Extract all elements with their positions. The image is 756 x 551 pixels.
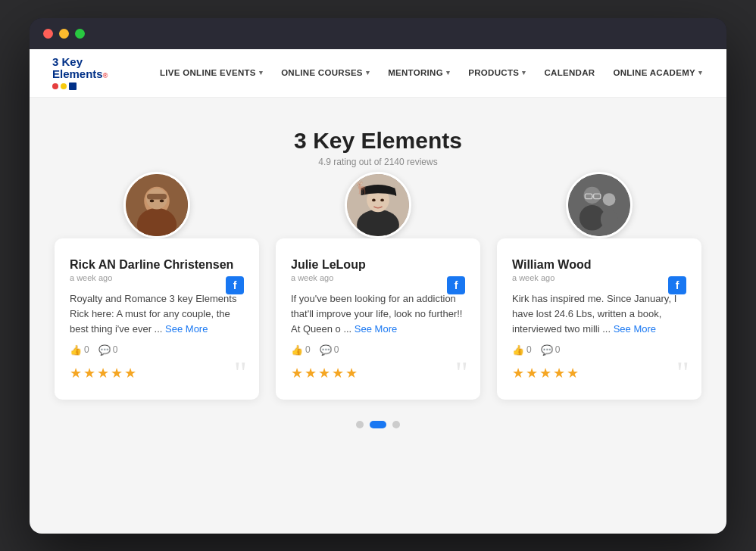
nav-item-mentoring[interactable]: MENTORING ▾: [379, 48, 459, 97]
svg-point-11: [372, 198, 376, 201]
logo-dot-yellow: [61, 83, 67, 89]
likes-3: 👍 0: [512, 344, 532, 356]
reaction-row-3: 👍 0 💬 0: [512, 344, 686, 356]
maximize-button[interactable]: [75, 29, 85, 39]
see-more-2[interactable]: See More: [355, 323, 397, 335]
quote-decoration-1: ": [234, 357, 247, 389]
reviews-container: f Rick AN Darline Christensen a week ago…: [52, 205, 704, 400]
review-time-3: a week ago: [512, 273, 686, 282]
facebook-icon-3: f: [668, 276, 686, 294]
minimize-button[interactable]: [59, 29, 69, 39]
svg-point-18: [603, 193, 616, 206]
reviewer-name-3: William Wood: [512, 258, 686, 272]
pagination-dot-2[interactable]: [370, 421, 386, 428]
likes-2: 👍 0: [291, 344, 311, 356]
logo-dot-red: [52, 83, 58, 89]
stars-1: ★ ★ ★ ★ ★: [70, 365, 244, 381]
comments-3: 💬 0: [541, 344, 561, 356]
pagination-dot-3[interactable]: [392, 421, 400, 428]
avatar-wrap-2: 🦌: [345, 172, 411, 238]
avatar-rick: [123, 172, 190, 238]
review-card-1: f Rick AN Darline Christensen a week ago…: [55, 205, 259, 400]
svg-point-19: [601, 209, 617, 229]
chevron-down-icon: ▾: [366, 69, 370, 76]
nav-item-live-events[interactable]: LIVE ONLINE EVENTS ▾: [151, 48, 272, 97]
thumbs-up-icon: 👍: [512, 344, 524, 356]
reaction-row-2: 👍 0 💬 0: [291, 344, 465, 356]
review-time-2: a week ago: [291, 273, 465, 282]
nav-item-online-courses[interactable]: ONLINE COURSES ▾: [272, 48, 379, 97]
logo-text: 3 Key Elements®: [52, 56, 108, 81]
review-card-3: f William Wood a week ago Kirk has inspi…: [497, 205, 701, 400]
main-area: 3 Key Elements 4.9 rating out of 2140 re…: [30, 98, 726, 459]
likes-1: 👍 0: [70, 344, 89, 356]
avatar-julie-svg: 🦌: [347, 172, 409, 238]
svg-point-6: [160, 199, 164, 202]
avatar-william-svg: [568, 172, 630, 238]
close-button[interactable]: [43, 29, 53, 39]
chevron-down-icon: ▾: [522, 69, 526, 76]
browser-window: 3 Key Elements® LIVE ONLINE EVENTS ▾: [30, 18, 726, 534]
section-title: 3 Key Elements: [52, 128, 704, 154]
see-more-1[interactable]: See More: [165, 323, 208, 335]
review-text-2: If you've been looking for an addiction …: [291, 291, 465, 337]
comment-icon: 💬: [320, 344, 332, 356]
review-card-content-2: f Julie LeLoup a week ago If you've been…: [276, 238, 480, 400]
see-more-3[interactable]: See More: [614, 323, 656, 335]
stars-2: ★ ★ ★ ★ ★: [291, 365, 465, 381]
svg-rect-4: [147, 194, 167, 199]
comments-1: 💬 0: [98, 344, 118, 356]
avatar-wrap-3: [566, 172, 633, 238]
quote-decoration-2: ": [455, 357, 468, 389]
logo[interactable]: 3 Key Elements®: [52, 56, 128, 90]
chevron-down-icon: ▾: [259, 69, 263, 76]
avatar-julie: 🦌: [345, 172, 411, 238]
nav-item-products[interactable]: PRODUCTS ▾: [459, 48, 535, 97]
comment-icon: 💬: [98, 344, 111, 356]
avatar-william: [566, 172, 633, 238]
reviewer-name-1: Rick AN Darline Christensen: [70, 258, 244, 272]
nav-item-calendar[interactable]: CALENDAR: [536, 48, 604, 97]
svg-point-12: [380, 198, 384, 201]
stars-3: ★ ★ ★ ★ ★: [512, 365, 686, 381]
chevron-down-icon: ▾: [698, 69, 702, 76]
facebook-icon-2: f: [447, 276, 465, 294]
reviewer-name-2: Julie LeLoup: [291, 258, 465, 272]
quote-decoration-3: ": [676, 357, 689, 389]
navbar: 3 Key Elements® LIVE ONLINE EVENTS ▾: [30, 49, 726, 98]
nav-items: LIVE ONLINE EVENTS ▾ ONLINE COURSES ▾ ME…: [151, 48, 711, 97]
svg-point-5: [150, 199, 155, 202]
pagination: [52, 421, 704, 436]
browser-chrome: [30, 18, 726, 49]
pagination-dot-1[interactable]: [356, 421, 364, 428]
review-text-3: Kirk has inspired me. Since January, I h…: [512, 291, 686, 337]
avatar-rick-svg: [126, 172, 188, 238]
review-text-1: Royalty and Romance 3 key Elements Rick …: [70, 291, 244, 337]
section-subtitle: 4.9 rating out of 2140 reviews: [52, 157, 704, 167]
reaction-row-1: 👍 0 💬 0: [70, 344, 244, 356]
comment-icon: 💬: [541, 344, 553, 356]
nav-item-online-academy[interactable]: ONLINE ACADEMY ▾: [604, 48, 711, 97]
review-card-2: 🦌 f Julie LeLoup a week ago If you've be…: [276, 205, 480, 400]
facebook-icon-1: f: [226, 276, 244, 294]
chevron-down-icon: ▾: [446, 69, 450, 76]
thumbs-up-icon: 👍: [291, 344, 303, 356]
svg-text:🦌: 🦌: [354, 179, 370, 195]
comments-2: 💬 0: [320, 344, 339, 356]
thumbs-up-icon: 👍: [70, 344, 82, 356]
review-card-content-1: f Rick AN Darline Christensen a week ago…: [55, 238, 259, 400]
review-card-content-3: f William Wood a week ago Kirk has inspi…: [497, 238, 701, 400]
review-time-1: a week ago: [70, 273, 244, 282]
page-content: 3 Key Elements® LIVE ONLINE EVENTS ▾: [30, 49, 726, 534]
avatar-wrap-1: [123, 172, 190, 238]
logo-square-blue: [69, 82, 77, 90]
